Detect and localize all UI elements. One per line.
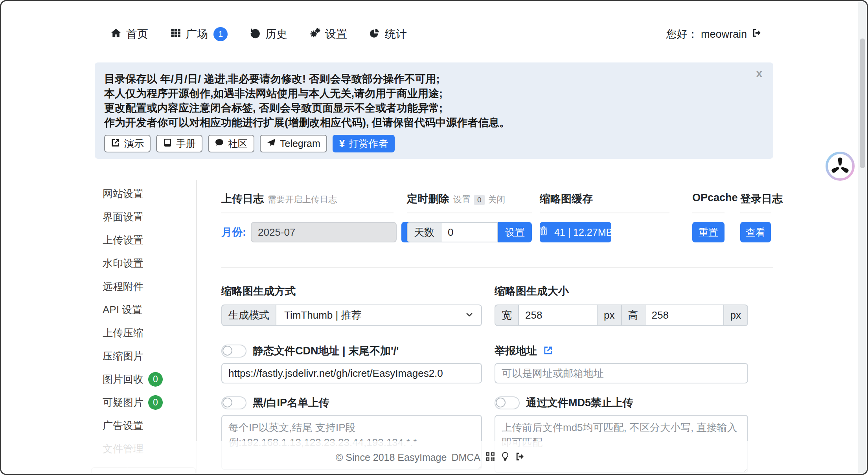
nav-item-plaza[interactable]: 广场 1: [170, 27, 228, 42]
plaza-count-badge: 1: [213, 27, 228, 41]
ip-list-label: 黑/白IP名单上传: [253, 396, 329, 410]
dmca-link[interactable]: DMCA: [451, 452, 480, 463]
sidebar-item-api[interactable]: API 设置: [95, 298, 196, 321]
report-label: 举报地址: [495, 344, 537, 358]
suspicious-count-badge: 0: [148, 395, 163, 410]
easyimage-logo[interactable]: [825, 151, 855, 181]
nav-item-label: 统计: [385, 27, 407, 42]
sidebar-item-ads[interactable]: 广告设置: [95, 414, 196, 437]
status-sections-row: 上传日志 需要开启上传日志 月份: 查看 定时删除 设置 0: [221, 192, 773, 242]
external-link-icon[interactable]: [543, 345, 553, 357]
sidebar-item-recycle[interactable]: 图片回收0: [95, 368, 196, 391]
sidebar-item-compress-upload[interactable]: 上传压缩: [95, 321, 196, 345]
thumb-size-field: 缩略图生成大小 宽 px 高 px: [495, 284, 748, 326]
gears-icon: [309, 28, 320, 41]
nav-item-settings[interactable]: 设置: [309, 27, 347, 42]
month-input[interactable]: [251, 222, 397, 242]
upload-log-section: 上传日志 需要开启上传日志 月份: 查看: [221, 192, 394, 242]
greeting-text: 您好： meowrain: [666, 27, 747, 41]
report-address-input[interactable]: [495, 363, 748, 383]
manual-button[interactable]: 手册: [156, 135, 202, 152]
section-title: 登录日志: [740, 192, 783, 206]
width-addon: 宽: [495, 304, 519, 326]
comments-icon: [215, 138, 224, 150]
donate-button[interactable]: ¥ 打赏作者: [333, 135, 395, 152]
thumb-height-input[interactable]: [645, 304, 724, 326]
thumb-mode-select[interactable]: TimThumb | 推荐: [276, 304, 482, 326]
telegram-button[interactable]: Telegram: [260, 135, 327, 152]
cdn-label: 静态文件CDN地址 | 末尾不加'/': [253, 344, 399, 358]
sidebar-item-suspicious[interactable]: 可疑图片0: [95, 391, 196, 414]
pie-chart-icon: [369, 28, 380, 41]
mode-addon: 生成模式: [221, 304, 276, 326]
alert-line: 更改配置或内容应注意闭合标签, 否则会导致页面显示不全或者功能异常;: [104, 101, 764, 116]
timed-delete-status: 关闭: [488, 194, 506, 205]
section-hint: 需要开启上传日志: [268, 194, 337, 205]
chevron-down-icon: [465, 309, 473, 321]
settings-sidebar: 网站设置 界面设置 上传设置 水印设置 远程附件 API 设置 上传压缩 压缩图…: [95, 180, 197, 475]
demo-button[interactable]: 演示: [104, 135, 151, 152]
thumb-width-input[interactable]: [519, 304, 598, 326]
lightbulb-icon[interactable]: [500, 451, 510, 464]
nav-item-label: 历史: [265, 27, 287, 42]
sign-out-icon[interactable]: [752, 28, 762, 41]
opcache-reset-button[interactable]: 重置: [692, 222, 725, 242]
content-area: 网站设置 界面设置 上传设置 水印设置 远程附件 API 设置 上传压缩 压缩图…: [95, 180, 773, 475]
sidebar-item-compress-image[interactable]: 压缩图片: [95, 345, 196, 368]
sidebar-item-upload[interactable]: 上传设置: [95, 229, 196, 252]
alert-line: 作为开发者你可以对相应功能进行扩展(增删改相应代码), 但请保留代码中源作者信息…: [104, 116, 764, 130]
copyright-text: © Since 2018 EasyImage: [336, 452, 447, 463]
days-addon: 天数: [407, 222, 441, 242]
timed-delete-section: 定时删除 设置 0 关闭 天数 设置: [407, 192, 532, 242]
nav-item-home[interactable]: 首页: [110, 27, 148, 42]
height-unit-addon: px: [724, 304, 748, 326]
book-icon: [163, 138, 172, 150]
scrollbar-thumb[interactable]: [860, 39, 865, 168]
view-login-log-button[interactable]: 查看: [740, 222, 771, 242]
alert-line: 本人仅为程序开源创作,如遇非法网站使用与本人无关,请勿用于商业用途;: [104, 86, 764, 101]
section-title: 定时删除: [407, 192, 449, 206]
section-title: OPcache: [692, 192, 738, 204]
field-title: 缩略图生成方式: [221, 284, 482, 298]
user-greeting: 您好： meowrain: [666, 27, 762, 41]
month-label: 月份:: [221, 225, 246, 239]
paper-plane-icon: [267, 138, 276, 150]
nav-item-stats[interactable]: 统计: [369, 27, 407, 42]
nav-item-label: 广场: [186, 27, 208, 42]
days-input[interactable]: [441, 222, 498, 242]
sign-out-icon[interactable]: [515, 451, 525, 464]
width-unit-addon: px: [598, 304, 622, 326]
set-days-button[interactable]: 设置: [498, 222, 532, 242]
sidebar-item-interface[interactable]: 界面设置: [95, 205, 196, 229]
cdn-toggle[interactable]: [221, 345, 246, 358]
nav-item-label: 首页: [126, 27, 148, 42]
sidebar-item-watermark[interactable]: 水印设置: [95, 252, 196, 275]
community-button[interactable]: 社区: [208, 135, 254, 152]
grid-icon: [170, 28, 181, 41]
cdn-field: 静态文件CDN地址 | 末尾不加'/': [221, 343, 482, 383]
settings-main: 上传日志 需要开启上传日志 月份: 查看 定时删除 设置 0: [197, 180, 773, 475]
navbar: 首页 广场 1 历史 设置 统计 您好： meowrain: [95, 22, 773, 47]
md5-block-toggle[interactable]: [495, 396, 520, 409]
md5-block-label: 通过文件MD5禁止上传: [526, 396, 633, 410]
report-field: 举报地址: [495, 343, 748, 383]
thumb-cache-section: 缩略图缓存 41 | 12.27MB: [540, 192, 669, 242]
login-log-section: 登录日志 查看: [740, 192, 771, 242]
section-title: 上传日志: [221, 192, 264, 206]
easyimage-admin-page: 首页 广场 1 历史 设置 统计 您好： meowrain: [0, 0, 868, 475]
sidebar-item-remote[interactable]: 远程附件: [95, 275, 196, 298]
section-hint: 设置: [453, 194, 471, 205]
trash-icon: [539, 226, 549, 238]
history-icon: [250, 28, 261, 41]
nav-item-label: 设置: [325, 27, 347, 42]
recycle-count-badge: 0: [148, 372, 163, 387]
nav-item-history[interactable]: 历史: [250, 27, 287, 42]
sidebar-item-website[interactable]: 网站设置: [95, 182, 196, 205]
qrcode-icon[interactable]: [485, 451, 495, 464]
nav-menu: 首页 广场 1 历史 设置 统计: [110, 27, 407, 42]
alert-buttons: 演示 手册 社区 Telegram ¥ 打赏作者: [104, 135, 764, 154]
clear-thumb-cache-button[interactable]: 41 | 12.27MB: [540, 222, 611, 242]
alert-close-button[interactable]: x: [756, 68, 762, 79]
cdn-url-input[interactable]: [221, 363, 482, 383]
ip-list-toggle[interactable]: [221, 396, 246, 409]
